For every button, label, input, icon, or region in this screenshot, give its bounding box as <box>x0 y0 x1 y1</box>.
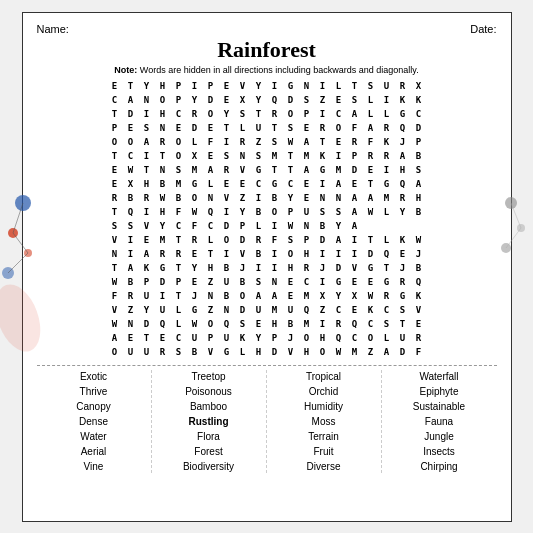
grid-cell: A <box>251 289 267 303</box>
grid-cell: R <box>155 135 171 149</box>
grid-cell: H <box>267 317 283 331</box>
grid-cell: I <box>379 93 395 107</box>
grid-cell: T <box>379 261 395 275</box>
grid-cell: D <box>187 121 203 135</box>
grid-cell: I <box>267 79 283 93</box>
grid-cell: F <box>267 233 283 247</box>
grid-cell: U <box>123 345 139 359</box>
grid-cell: E <box>107 177 123 191</box>
grid-cell: E <box>331 93 347 107</box>
grid-cell: S <box>267 135 283 149</box>
word-item: Bamboo <box>156 400 262 413</box>
word-item: Water <box>41 430 147 443</box>
grid-cell: E <box>299 121 315 135</box>
grid-cell: A <box>299 135 315 149</box>
grid-cell: Q <box>347 317 363 331</box>
grid-cell: L <box>363 93 379 107</box>
grid-cell: S <box>283 121 299 135</box>
grid-cell: I <box>315 177 331 191</box>
grid-cell: D <box>395 345 411 359</box>
grid-cell: Q <box>219 317 235 331</box>
grid-cell: S <box>411 163 427 177</box>
grid-cell: R <box>123 289 139 303</box>
grid-cell: K <box>139 261 155 275</box>
grid-cell: H <box>299 345 315 359</box>
grid-cell: Z <box>235 191 251 205</box>
grid-cell: E <box>219 93 235 107</box>
word-item: Aerial <box>41 445 147 458</box>
grid-cell: V <box>107 233 123 247</box>
grid-cell: R <box>379 149 395 163</box>
grid-cell: R <box>171 247 187 261</box>
grid-cell: O <box>363 331 379 345</box>
grid-cell: H <box>155 79 171 93</box>
grid-cell: A <box>139 135 155 149</box>
grid-cell: J <box>315 261 331 275</box>
grid-cell: A <box>379 345 395 359</box>
word-column: ExoticThriveCanopyDenseWaterAerialVine <box>37 370 152 473</box>
grid-cell: O <box>235 289 251 303</box>
grid-cell: M <box>299 317 315 331</box>
grid-cell: T <box>139 163 155 177</box>
grid-cell: I <box>315 107 331 121</box>
grid-cell: P <box>107 121 123 135</box>
grid-cell: S <box>347 93 363 107</box>
word-column: TreetopPoisonousBambooRustlingFloraFores… <box>152 370 267 473</box>
grid-cell: J <box>395 135 411 149</box>
grid-cell: W <box>187 317 203 331</box>
grid-cell: O <box>283 107 299 121</box>
grid-cell: L <box>171 303 187 317</box>
grid-cell: O <box>331 121 347 135</box>
grid-cell: T <box>155 149 171 163</box>
grid-cell: C <box>379 303 395 317</box>
grid-cell: W <box>107 317 123 331</box>
grid-cell: K <box>363 303 379 317</box>
grid-cell: G <box>363 261 379 275</box>
grid-cell: I <box>315 79 331 93</box>
grid-cell: Z <box>203 275 219 289</box>
grid-cell: G <box>379 275 395 289</box>
grid-cell: E <box>283 275 299 289</box>
grid-cell: T <box>107 261 123 275</box>
grid-cell: O <box>155 93 171 107</box>
grid-cell: S <box>283 233 299 247</box>
grid-cell: B <box>315 219 331 233</box>
grid-cell: C <box>251 177 267 191</box>
grid-cell: S <box>379 317 395 331</box>
grid-cell: J <box>411 247 427 261</box>
grid-cell: Z <box>315 93 331 107</box>
grid-cell: B <box>411 149 427 163</box>
grid-cell: H <box>395 163 411 177</box>
grid-cell: Q <box>395 121 411 135</box>
grid-cell: G <box>187 177 203 191</box>
grid-cell: D <box>123 107 139 121</box>
grid-cell: R <box>411 331 427 345</box>
grid-cell: A <box>347 205 363 219</box>
grid-cell: T <box>219 121 235 135</box>
word-item: Diverse <box>271 460 377 473</box>
grid-cell: U <box>283 303 299 317</box>
grid-cell: I <box>219 205 235 219</box>
grid-cell: Z <box>251 135 267 149</box>
grid-cell: D <box>315 233 331 247</box>
grid-cell: X <box>315 289 331 303</box>
grid-cell: E <box>347 303 363 317</box>
grid-cell: X <box>187 149 203 163</box>
grid-cell: J <box>395 261 411 275</box>
grid-cell: H <box>139 177 155 191</box>
grid-cell: Z <box>315 303 331 317</box>
grid-cell: B <box>187 345 203 359</box>
grid-cell: E <box>107 163 123 177</box>
grid-cell: N <box>219 303 235 317</box>
grid-cell: R <box>107 191 123 205</box>
grid-cell: K <box>411 93 427 107</box>
grid-cell: E <box>187 275 203 289</box>
grid-cell: O <box>171 149 187 163</box>
grid-cell: L <box>251 219 267 233</box>
grid-cell: A <box>123 261 139 275</box>
grid-cell: A <box>331 233 347 247</box>
grid-cell: A <box>139 247 155 261</box>
grid-cell: E <box>411 317 427 331</box>
grid-cell: I <box>251 261 267 275</box>
word-item: Exotic <box>41 370 147 383</box>
